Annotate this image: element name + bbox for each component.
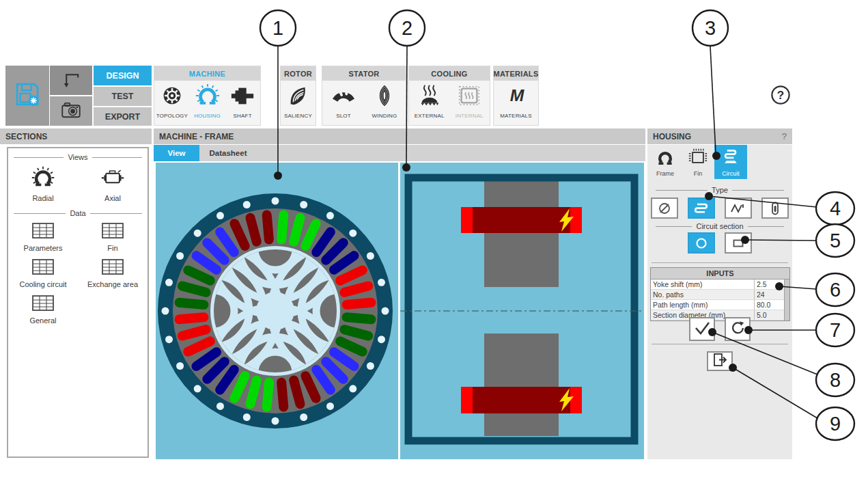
axial-view-canvas <box>400 163 644 459</box>
stator-stack-bottom <box>484 333 559 436</box>
view-item-label: Radial <box>32 194 53 202</box>
sections-panel: Views Radial <box>7 147 149 458</box>
ribbon-item-label: SLOT <box>336 113 351 119</box>
view-item-axial[interactable]: Axial <box>100 165 125 202</box>
ribbon-group-materials: MATERIALS M MATERIALS <box>493 66 539 126</box>
view-item-radial[interactable]: Radial <box>31 165 55 202</box>
ribbon-item-winding[interactable]: WINDING <box>365 83 404 119</box>
reset-button[interactable] <box>725 317 751 341</box>
callout-circle-2 <box>389 10 425 46</box>
input-label: Yoke shift (mm) <box>651 280 755 289</box>
radial-view-canvas <box>156 163 398 459</box>
housing-tab-frame[interactable]: Frame <box>649 145 682 179</box>
table-icon <box>31 221 55 243</box>
table-row[interactable]: No. paths 24 <box>651 290 789 300</box>
circuit-type-pill-button[interactable] <box>761 197 789 219</box>
tab-test[interactable]: TEST <box>94 87 152 106</box>
circuit-type-zigzag-button[interactable] <box>725 197 752 219</box>
tab-datasheet[interactable]: Datasheet <box>203 145 253 161</box>
rectangular-section-button[interactable] <box>725 232 752 254</box>
type-legend: Type <box>656 186 784 194</box>
ribbon-item-label: INTERNAL <box>456 113 484 119</box>
svg-text:?: ? <box>777 89 784 102</box>
ribbon-item-materials[interactable]: M MATERIALS <box>496 83 536 119</box>
callout-circle-4 <box>816 192 854 225</box>
table-row[interactable]: Yoke shift (mm) 2.5 <box>651 280 789 290</box>
export-view-button[interactable] <box>707 351 733 371</box>
housing-tab-circuit[interactable]: Circuit <box>714 145 747 179</box>
table-row[interactable]: Path length (mm) 80.0 <box>651 300 789 310</box>
ribbon-item-shaft[interactable]: SHAFT <box>225 83 260 119</box>
radial-view-icon <box>31 165 55 193</box>
saliency-icon <box>285 83 311 111</box>
data-item-label: Exchange area <box>87 280 138 288</box>
rotor-shaft <box>256 292 294 330</box>
apply-button[interactable] <box>689 317 715 341</box>
ribbon-item-label: MATERIALS <box>500 113 532 119</box>
data-item-label: Parameters <box>24 244 63 252</box>
housing-panel: Frame Fin C <box>647 145 792 459</box>
data-item-general[interactable]: General <box>29 294 56 325</box>
snapshot-button[interactable] <box>50 96 92 126</box>
table-scrollbar[interactable] <box>784 280 789 321</box>
camera-icon <box>59 98 83 124</box>
application-window: DESIGN TEST EXPORT MACHINE <box>0 0 868 477</box>
fin-icon <box>688 148 708 169</box>
callout-circle-5 <box>816 224 854 257</box>
slot-icon <box>331 83 356 111</box>
tab-design[interactable]: DESIGN <box>94 66 152 85</box>
ribbon-item-topology[interactable]: TOPOLOGY <box>154 83 190 119</box>
circuit-type-serpentine-button[interactable] <box>688 197 715 219</box>
internal-cooling-icon <box>456 83 482 111</box>
tab-view[interactable]: View <box>154 145 199 161</box>
callout-circle-9 <box>816 407 854 440</box>
export-icon <box>711 353 729 370</box>
callout-number: 8 <box>830 369 841 391</box>
machine-frame-header: MACHINE - FRAME <box>154 128 645 144</box>
ribbon-item-external[interactable]: EXTERNAL <box>410 83 449 119</box>
divider <box>652 262 788 263</box>
save-icon <box>12 79 43 113</box>
views-legend: Views <box>14 153 142 161</box>
ribbon-item-slot[interactable]: SLOT <box>324 83 363 119</box>
data-item-parameters[interactable]: Parameters <box>24 221 63 252</box>
housing-title: HOUSING <box>653 132 691 141</box>
callout-number: 7 <box>830 319 841 341</box>
help-button[interactable]: ? <box>770 86 791 107</box>
save-button[interactable] <box>5 66 49 126</box>
tab-export[interactable]: EXPORT <box>94 107 152 126</box>
callout-circle-3 <box>692 10 728 46</box>
shaft-icon <box>229 83 255 111</box>
callout-circle-7 <box>816 314 854 346</box>
sections-title: SECTIONS <box>5 132 47 141</box>
svg-text:M: M <box>509 86 524 105</box>
housing-tab-fin[interactable]: Fin <box>682 145 714 179</box>
refresh-icon <box>729 320 746 339</box>
data-item-exchange-area[interactable]: Exchange area <box>87 258 138 288</box>
housing-help-icon[interactable]: ? <box>782 131 787 141</box>
callout-number: 2 <box>402 17 412 39</box>
ribbon-item-housing[interactable]: HOUSING <box>190 83 225 119</box>
group-title-machine: MACHINE <box>154 66 260 81</box>
ribbon-item-label: EXTERNAL <box>415 113 445 119</box>
callout-number: 5 <box>830 230 841 251</box>
circuit-icon <box>720 148 741 169</box>
housing-tab-label: Circuit <box>722 170 740 177</box>
help-icon: ? <box>770 85 791 108</box>
ribbon-item-saliency[interactable]: SALIENCY <box>281 83 316 119</box>
undo-button[interactable] <box>50 66 92 95</box>
table-icon <box>101 258 124 279</box>
data-item-label: General <box>29 316 56 325</box>
callout-number: 3 <box>705 17 716 39</box>
ribbon-item-internal[interactable]: INTERNAL <box>449 83 489 119</box>
data-item-fin[interactable]: Fin <box>101 221 124 252</box>
housing-header: HOUSING ? <box>647 128 792 144</box>
circuit-type-none-button[interactable] <box>651 197 678 219</box>
callout-number: 4 <box>830 197 841 219</box>
input-label: No. paths <box>651 290 755 299</box>
table-icon <box>31 258 55 279</box>
ribbon-group-stator: STATOR SLOT W <box>322 66 406 126</box>
data-item-cooling-circuit[interactable]: Cooling circuit <box>19 258 66 288</box>
data-item-label: Cooling circuit <box>19 280 66 288</box>
circular-section-button[interactable] <box>688 232 715 254</box>
